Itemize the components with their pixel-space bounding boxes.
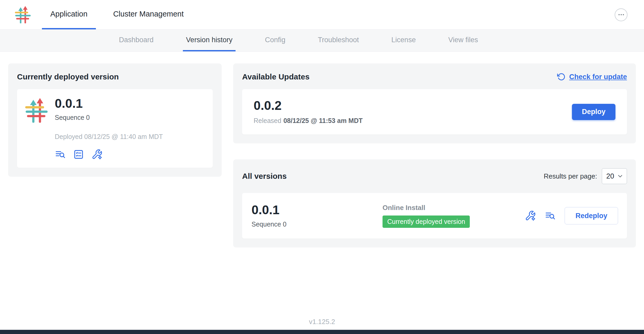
results-per-page: Results per page: 20 xyxy=(544,168,627,184)
current-version-details: 0.0.1 Sequence 0 Deployed 08/12/25 @ 11:… xyxy=(55,97,163,160)
chevron-down-icon xyxy=(617,173,624,180)
update-row: 0.0.2 Released08/12/25 @ 11:53 am MDT De… xyxy=(242,89,627,134)
all-versions-card: All versions Results per page: 20 xyxy=(233,159,636,247)
page-footer: v1.125.2 xyxy=(0,314,644,334)
current-version-number: 0.0.1 xyxy=(55,97,163,110)
deploy-button[interactable]: Deploy xyxy=(572,104,615,120)
bottom-bar xyxy=(0,330,644,334)
current-version-title: Currently deployed version xyxy=(17,72,213,81)
app-logo-icon xyxy=(25,97,48,160)
app-sub-nav: Dashboard Version history Config Trouble… xyxy=(0,30,644,52)
tab-license[interactable]: License xyxy=(388,30,419,51)
top-nav: Application Cluster Management xyxy=(0,0,644,30)
check-for-update-link[interactable]: Check for update xyxy=(557,73,627,81)
install-type-label: Online Install xyxy=(383,204,525,212)
available-updates-title: Available Updates xyxy=(242,72,309,81)
console-version: v1.125.2 xyxy=(309,318,335,326)
released-timestamp: Released08/12/25 @ 11:53 am MDT xyxy=(254,117,363,125)
row-version-number: 0.0.1 xyxy=(252,203,383,217)
edit-config-icon[interactable] xyxy=(525,210,536,221)
redeploy-button[interactable]: Redeploy xyxy=(565,207,618,224)
current-version-sequence: Sequence 0 xyxy=(55,114,163,121)
refresh-icon xyxy=(557,73,565,81)
preflight-checks-icon[interactable] xyxy=(73,149,84,160)
main-content: Currently deployed version 0.0.1 Sequenc… xyxy=(0,52,644,314)
current-version-actions xyxy=(55,149,163,160)
version-row-status: Online Install Currently deployed versio… xyxy=(383,204,525,228)
deployed-status-badge: Currently deployed version xyxy=(383,216,470,228)
released-label: Released xyxy=(254,117,281,124)
tab-troubleshoot[interactable]: Troubleshoot xyxy=(315,30,362,51)
results-per-page-select[interactable]: 20 xyxy=(602,168,627,184)
update-details: 0.0.2 Released08/12/25 @ 11:53 am MDT xyxy=(254,99,363,125)
edit-config-icon[interactable] xyxy=(91,149,102,160)
release-notes-icon[interactable] xyxy=(545,210,556,221)
all-versions-title: All versions xyxy=(242,172,287,181)
available-updates-header: Available Updates Check for update xyxy=(242,72,627,81)
top-nav-spacer xyxy=(201,0,615,29)
release-notes-icon[interactable] xyxy=(55,149,66,160)
top-nav-tabs: Application Cluster Management xyxy=(42,0,201,29)
released-date: 08/12/25 @ 11:53 am MDT xyxy=(283,117,363,124)
tab-cluster-management[interactable]: Cluster Management xyxy=(105,0,192,29)
tab-config[interactable]: Config xyxy=(262,30,288,51)
version-row-actions: Redeploy xyxy=(525,207,619,224)
available-updates-card: Available Updates Check for update 0.0.2 xyxy=(233,63,636,143)
update-version-number: 0.0.2 xyxy=(254,99,363,112)
ellipsis-icon xyxy=(618,11,625,18)
all-versions-header: All versions Results per page: 20 xyxy=(242,168,627,184)
check-for-update-label: Check for update xyxy=(569,73,627,81)
tab-version-history[interactable]: Version history xyxy=(183,30,236,51)
version-row-details: 0.0.1 Sequence 0 xyxy=(252,203,383,228)
tab-application[interactable]: Application xyxy=(42,0,96,29)
tab-view-files[interactable]: View files xyxy=(445,30,481,51)
right-column: Available Updates Check for update 0.0.2 xyxy=(233,63,636,247)
results-per-page-label: Results per page: xyxy=(544,172,597,180)
row-version-sequence: Sequence 0 xyxy=(252,220,383,228)
tab-dashboard[interactable]: Dashboard xyxy=(116,30,157,51)
deployed-timestamp: Deployed 08/12/25 @ 11:40 am MDT xyxy=(55,133,163,141)
version-row: 0.0.1 Sequence 0 Online Install Currentl… xyxy=(242,193,627,238)
current-version-card: Currently deployed version 0.0.1 Sequenc… xyxy=(8,63,222,177)
current-version-panel: 0.0.1 Sequence 0 Deployed 08/12/25 @ 11:… xyxy=(17,89,213,168)
overflow-menu-button[interactable] xyxy=(615,8,627,21)
results-per-page-value: 20 xyxy=(606,172,614,180)
app-logo-icon xyxy=(15,0,31,29)
